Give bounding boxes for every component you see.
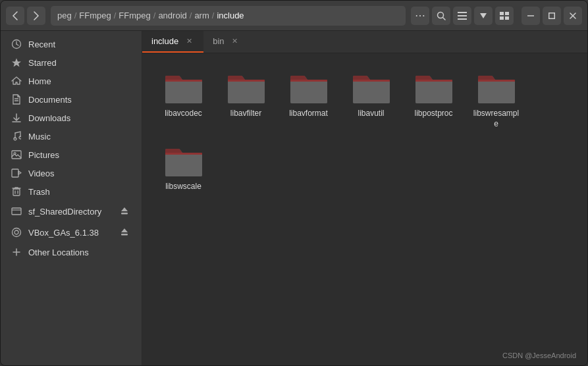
sidebar-item-music-label: Music <box>28 132 51 142</box>
titlebar-actions: ⋯ <box>411 7 514 25</box>
search-button[interactable] <box>432 7 450 25</box>
more-options-button[interactable]: ⋯ <box>411 7 429 25</box>
maximize-button[interactable] <box>543 7 561 25</box>
file-item[interactable]: libswscale <box>155 140 211 196</box>
breadcrumb-arm[interactable]: arm <box>194 11 209 20</box>
svg-rect-3 <box>458 15 467 16</box>
svg-point-35 <box>14 230 18 234</box>
sidebar-item-downloads-label: Downloads <box>28 113 70 123</box>
sidebar-item-music[interactable]: Music <box>1 127 142 145</box>
back-button[interactable] <box>6 7 24 25</box>
svg-rect-11 <box>549 13 555 18</box>
sidebar-item-sf-shared[interactable]: sf_SharedDirectory <box>1 201 142 222</box>
sidebar-item-videos[interactable]: Videos <box>1 164 142 182</box>
nav-controls <box>6 7 45 25</box>
tabs-bar: include ✕ bin ✕ <box>142 31 587 53</box>
documents-icon <box>11 94 22 105</box>
svg-rect-30 <box>12 208 21 215</box>
svg-point-22 <box>14 138 16 140</box>
svg-rect-9 <box>505 16 509 20</box>
sf-shared-eject-button[interactable] <box>118 205 131 218</box>
sidebar-item-downloads[interactable]: Downloads <box>1 109 142 127</box>
window-controls <box>521 7 582 25</box>
folder-icon <box>164 70 203 105</box>
content-area: include ✕ bin ✕ <box>142 31 587 365</box>
sidebar-item-vbox[interactable]: VBox_GAs_6.1.38 <box>1 222 142 243</box>
svg-line-1 <box>443 17 446 20</box>
file-label: libavcodec <box>165 109 202 119</box>
list-view-button[interactable] <box>453 7 471 25</box>
sidebar-item-trash-label: Trash <box>28 187 50 197</box>
tab-include-label: include <box>151 36 178 46</box>
titlebar: peg / FFmpeg / FFmpeg / android / arm / … <box>1 1 587 31</box>
sidebar-item-starred[interactable]: Starred <box>1 53 142 72</box>
breadcrumb-ffmpeg2[interactable]: FFmpeg <box>119 11 150 20</box>
close-button[interactable] <box>564 7 582 25</box>
sidebar-item-recent-label: Recent <box>28 39 55 49</box>
folder-icon <box>352 70 391 105</box>
folder-icon <box>164 144 203 178</box>
folder-icon <box>414 70 454 105</box>
file-label: libavformat <box>289 109 328 119</box>
file-grid: libavcodec libavfilter <box>142 53 587 365</box>
breadcrumb-peg[interactable]: peg <box>57 11 72 20</box>
tab-bin-close[interactable]: ✕ <box>230 36 240 47</box>
svg-rect-6 <box>500 12 504 15</box>
file-item[interactable]: libpostproc <box>406 66 462 133</box>
tab-include-close[interactable]: ✕ <box>184 36 194 47</box>
sidebar-item-sf-shared-label: sf_SharedDirectory <box>28 207 101 217</box>
breadcrumb-include[interactable]: include <box>217 11 244 20</box>
sidebar-item-documents[interactable]: Documents <box>1 90 142 109</box>
trash-icon <box>11 186 22 197</box>
sf-shared-icon <box>11 206 22 217</box>
file-label: libavfilter <box>230 109 261 119</box>
sidebar-item-trash[interactable]: Trash <box>1 182 142 201</box>
videos-icon <box>11 168 22 178</box>
sidebar: Recent Starred Home Documents <box>1 31 142 365</box>
sidebar-item-other-locations[interactable]: Other Locations <box>1 243 142 261</box>
file-item[interactable]: libswresample <box>468 66 524 133</box>
svg-marker-5 <box>480 13 487 18</box>
svg-rect-26 <box>12 169 18 177</box>
sidebar-item-pictures[interactable]: Pictures <box>1 145 142 164</box>
svg-marker-36 <box>121 228 128 232</box>
other-locations-icon <box>11 247 22 257</box>
svg-rect-4 <box>458 18 467 20</box>
svg-rect-2 <box>458 12 467 13</box>
file-item[interactable]: libavformat <box>281 66 336 133</box>
music-icon <box>11 131 22 142</box>
view-options-button[interactable] <box>474 7 493 25</box>
watermark: CSDN @JesseAndroid <box>502 350 581 362</box>
main-body: Recent Starred Home Documents <box>1 31 587 365</box>
breadcrumb-android[interactable]: android <box>158 11 186 20</box>
forward-button[interactable] <box>27 7 45 25</box>
folder-icon <box>477 70 516 105</box>
recent-icon <box>11 39 22 49</box>
file-item[interactable]: libavutil <box>343 66 399 133</box>
sidebar-item-recent[interactable]: Recent <box>1 35 142 53</box>
breadcrumb: peg / FFmpeg / FFmpeg / android / arm / … <box>51 6 406 26</box>
downloads-icon <box>11 113 22 123</box>
svg-rect-8 <box>500 16 504 20</box>
tab-include[interactable]: include ✕ <box>142 31 203 53</box>
home-icon <box>11 76 22 86</box>
pictures-icon <box>11 149 22 160</box>
starred-icon <box>11 57 22 68</box>
sidebar-item-vbox-label: VBox_GAs_6.1.38 <box>28 228 99 238</box>
breadcrumb-ffmpeg1[interactable]: FFmpeg <box>79 11 111 20</box>
sidebar-item-home[interactable]: Home <box>1 72 142 90</box>
tab-bin-label: bin <box>213 36 224 46</box>
svg-rect-27 <box>13 189 20 196</box>
vbox-eject-button[interactable] <box>118 226 131 239</box>
minimize-button[interactable] <box>521 7 540 25</box>
file-item[interactable]: libavfilter <box>218 66 274 133</box>
sidebar-item-videos-label: Videos <box>28 169 55 178</box>
grid-options-button[interactable] <box>495 7 514 25</box>
main-window: peg / FFmpeg / FFmpeg / android / arm / … <box>0 0 588 366</box>
file-label: libswresample <box>472 109 520 129</box>
vbox-icon <box>11 227 22 238</box>
file-item[interactable]: libavcodec <box>155 66 211 133</box>
svg-marker-17 <box>12 59 21 67</box>
tab-bin[interactable]: bin ✕ <box>203 31 249 53</box>
svg-rect-7 <box>505 12 509 15</box>
